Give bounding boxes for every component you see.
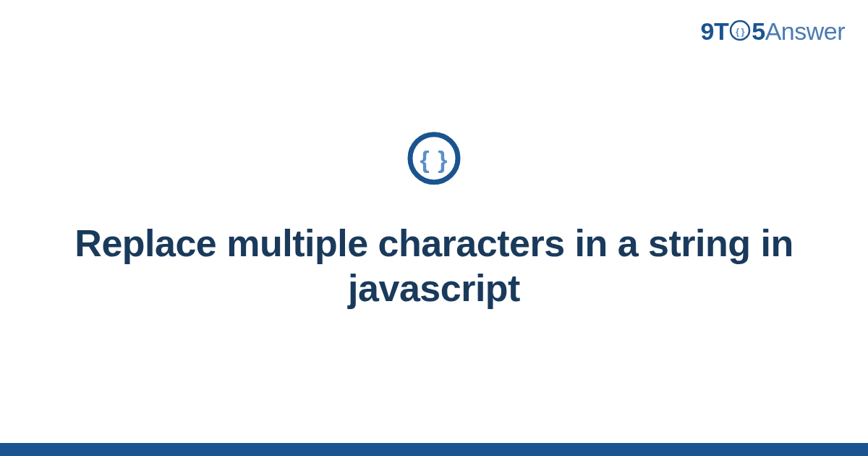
logo-part-5: 5 bbox=[752, 17, 765, 46]
bottom-accent-bar bbox=[0, 443, 868, 456]
svg-text:{ }: { } bbox=[736, 25, 745, 36]
braces-circle-icon: { } bbox=[407, 131, 461, 186]
logo-braces-o-icon: { } bbox=[729, 20, 751, 41]
logo-part-9: 9 bbox=[701, 17, 714, 46]
main-content: { } Replace multiple characters in a str… bbox=[0, 131, 868, 311]
svg-text:{ }: { } bbox=[420, 145, 448, 173]
logo-part-answer: Answer bbox=[765, 17, 845, 46]
page-title: Replace multiple characters in a string … bbox=[43, 221, 825, 311]
site-logo: 9 T { } 5 Answer bbox=[701, 17, 846, 46]
logo-part-t: T bbox=[714, 17, 728, 46]
